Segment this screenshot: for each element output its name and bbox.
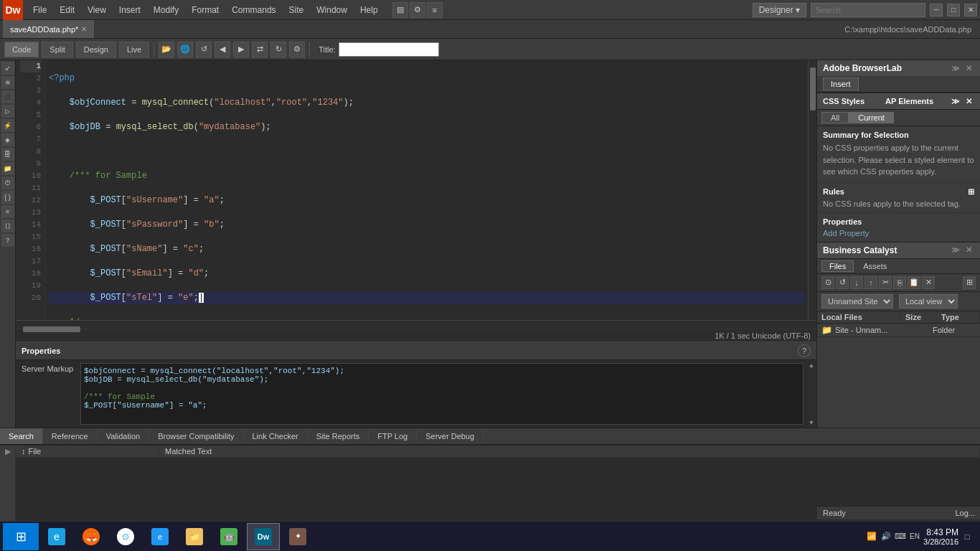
- server-debug-tab[interactable]: Server Debug: [417, 428, 484, 444]
- clock[interactable]: 8:43 PM 3/28/2016: [923, 527, 958, 546]
- live-view-button[interactable]: Live: [119, 42, 149, 57]
- navigate-prev-icon[interactable]: ◀: [215, 42, 230, 57]
- bc-copy-icon[interactable]: ⎘: [893, 276, 906, 289]
- rules-icon[interactable]: ⊞: [968, 187, 974, 197]
- validation-tab[interactable]: Validation: [98, 428, 150, 444]
- snippets-icon[interactable]: { }: [1, 191, 14, 204]
- design-view-button[interactable]: Design: [76, 42, 116, 57]
- menu-view[interactable]: View: [82, 4, 112, 17]
- run-search-icon[interactable]: ▶: [5, 447, 11, 456]
- network-icon[interactable]: 📶: [866, 531, 877, 542]
- css-close-icon[interactable]: ✕: [963, 95, 974, 107]
- bc-upload-icon[interactable]: ↑: [864, 276, 877, 289]
- close-button[interactable]: ✕: [964, 4, 977, 17]
- add-property-link[interactable]: Add Property: [823, 229, 974, 237]
- bc-cut-icon[interactable]: ✂: [879, 276, 892, 289]
- toolbar-icon-2[interactable]: ⚙: [410, 2, 425, 18]
- css-all-tab[interactable]: All: [821, 112, 849, 123]
- title-input[interactable]: [339, 42, 439, 57]
- navigate-next-icon[interactable]: ▶: [233, 42, 249, 57]
- notification-icon[interactable]: □: [961, 531, 973, 542]
- browserlab-close-icon[interactable]: ✕: [963, 62, 974, 74]
- css-expand-icon[interactable]: ≫: [950, 95, 961, 107]
- toolbar-icon-1[interactable]: ▤: [392, 2, 408, 18]
- global-search-input[interactable]: [811, 3, 925, 17]
- code-editor[interactable]: 1 2 3 4 5 6 7 8 9 10 11 12 13 14 15 16 1: [16, 60, 816, 320]
- refresh-icon[interactable]: ↺: [196, 42, 212, 57]
- server-markup-content[interactable]: $objConnect = mysql_connect("localhost",…: [80, 363, 804, 425]
- split-view-button[interactable]: Split: [42, 42, 72, 57]
- editor-horizontal-scrollbar[interactable]: [16, 320, 816, 329]
- scroll-up-icon[interactable]: ▲: [806, 360, 816, 370]
- menu-help[interactable]: Help: [354, 4, 384, 17]
- bc-refresh-icon[interactable]: ↺: [836, 276, 849, 289]
- refresh2-icon[interactable]: ↻: [270, 42, 286, 57]
- menu-format[interactable]: Format: [186, 4, 225, 17]
- browser-compat-tab[interactable]: Browser Compatibility: [149, 428, 243, 444]
- menu-commands[interactable]: Commands: [226, 4, 281, 17]
- local-files-row[interactable]: 📁 Site - Unnam... Folder: [817, 324, 980, 337]
- files-icon[interactable]: 📁: [1, 162, 14, 175]
- language-icon[interactable]: EN: [909, 531, 920, 542]
- scroll-thumb-horizontal[interactable]: [23, 326, 80, 332]
- help-icon[interactable]: ?: [798, 344, 811, 357]
- results-icon[interactable]: ≡: [1, 205, 14, 218]
- css-panel-icon[interactable]: ≋: [1, 76, 14, 89]
- file-tab-close[interactable]: ✕: [81, 25, 87, 33]
- reference-tab[interactable]: Reference: [43, 428, 98, 444]
- volume-icon[interactable]: 🔊: [880, 531, 892, 542]
- link-checker-tab[interactable]: Link Checker: [244, 428, 308, 444]
- site-reports-tab[interactable]: Site Reports: [308, 428, 369, 444]
- preview-icon[interactable]: 🌐: [177, 42, 193, 57]
- bc-paste-icon[interactable]: 📋: [908, 276, 920, 289]
- taskbar-firefox[interactable]: 🦊: [75, 523, 108, 550]
- menu-site[interactable]: Site: [283, 4, 310, 17]
- markup-scrollbar[interactable]: ▲ ▼: [806, 360, 816, 428]
- bc-expand2-icon[interactable]: ⊞: [963, 276, 976, 289]
- keyboard-icon[interactable]: ⌨: [895, 531, 906, 542]
- taskbar-dw[interactable]: Dw: [247, 523, 280, 550]
- maximize-button[interactable]: □: [947, 4, 960, 17]
- bc-files-tab[interactable]: Files: [821, 260, 854, 272]
- reference2-icon[interactable]: ?: [1, 234, 14, 247]
- menu-file[interactable]: File: [27, 4, 52, 17]
- insert-panel-icon[interactable]: ↙: [1, 62, 14, 75]
- taskbar-edge[interactable]: e: [143, 523, 176, 550]
- taskbar-ps[interactable]: ✦: [281, 523, 314, 550]
- menu-insert[interactable]: Insert: [113, 4, 146, 17]
- bc-download-icon[interactable]: ↓: [850, 276, 863, 289]
- toolbar-icon-3[interactable]: ≡: [427, 2, 443, 18]
- tag-icon[interactable]: ⟨⟩: [1, 220, 14, 232]
- insert-tab-button[interactable]: Insert: [823, 77, 859, 90]
- taskbar-chrome[interactable]: ⊙: [109, 523, 142, 550]
- database-icon[interactable]: 🗄: [1, 148, 14, 161]
- history-icon[interactable]: ⏱: [1, 176, 14, 189]
- bc-site-selector[interactable]: Unnamed Site: [821, 294, 893, 309]
- bc-delete-icon[interactable]: ✕: [922, 276, 935, 289]
- bindings-icon[interactable]: ⚡: [1, 119, 14, 132]
- scroll-thumb-vertical[interactable]: [810, 67, 816, 110]
- editor-vertical-scrollbar[interactable]: [808, 60, 816, 320]
- assets-panel-icon[interactable]: ⬛: [1, 90, 14, 103]
- taskbar-android[interactable]: 🤖: [212, 523, 245, 550]
- bc-connect-icon[interactable]: ⊙: [821, 276, 834, 289]
- start-button[interactable]: ⊞: [3, 523, 39, 550]
- css-current-tab[interactable]: Current: [849, 112, 894, 123]
- bc-view-selector[interactable]: Local view: [899, 294, 958, 309]
- bc-expand-icon[interactable]: ≫: [950, 245, 961, 256]
- sort-icon[interactable]: ↕: [22, 447, 26, 456]
- menu-modify[interactable]: Modify: [148, 4, 184, 17]
- options-icon[interactable]: ⚙: [289, 42, 305, 57]
- scroll-down-icon[interactable]: ▼: [806, 418, 816, 428]
- browserlab-expand-icon[interactable]: ≫: [950, 62, 961, 74]
- search-tab[interactable]: Search: [0, 428, 43, 444]
- sync-icon[interactable]: ⇄: [252, 42, 268, 57]
- designer-button[interactable]: Designer ▾: [753, 3, 806, 17]
- taskbar-ie[interactable]: e: [40, 523, 73, 550]
- menu-window[interactable]: Window: [311, 4, 353, 17]
- components-icon[interactable]: ◈: [1, 133, 14, 146]
- menu-edit[interactable]: Edit: [54, 4, 80, 17]
- bc-close-icon[interactable]: ✕: [963, 245, 974, 256]
- behaviors-icon[interactable]: ▷: [1, 105, 14, 118]
- file-management-icon[interactable]: 📂: [159, 42, 174, 57]
